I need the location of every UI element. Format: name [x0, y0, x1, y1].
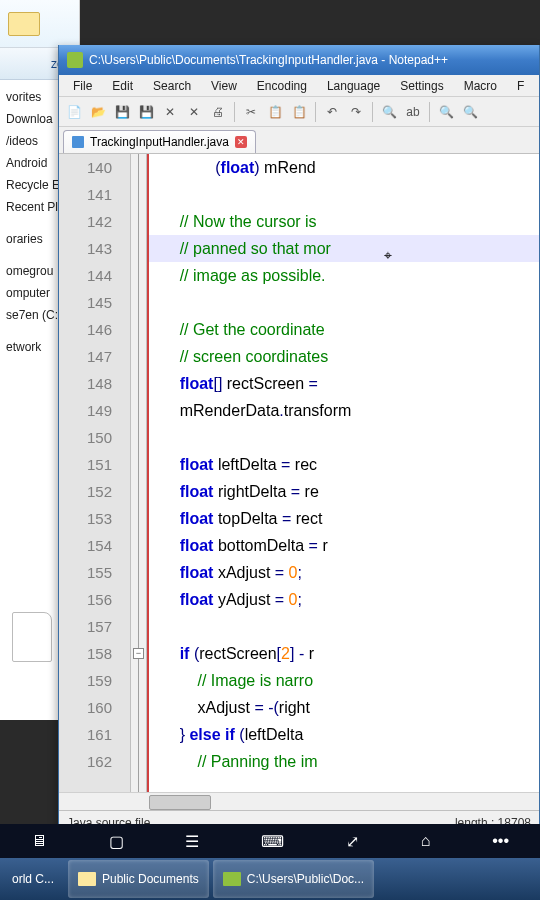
taskbar[interactable]: 🖥 ▢ ☰ ⌨ ⤢ ⌂ ••• orld C... Public Documen…: [0, 858, 540, 900]
find-icon[interactable]: 🔍: [378, 101, 400, 123]
tab-active[interactable]: TrackingInputHandler.java ✕: [63, 130, 256, 153]
code-line[interactable]: float[] rectScreen =: [149, 370, 539, 397]
stack-icon[interactable]: ☰: [185, 832, 199, 851]
line-number: 158: [59, 640, 130, 667]
menu-edit[interactable]: Edit: [102, 77, 143, 95]
taskbar-folder-left[interactable]: orld C...: [2, 860, 64, 898]
new-file-icon[interactable]: 📄: [63, 101, 85, 123]
code-line[interactable]: // Get the coordinate: [149, 316, 539, 343]
code-line[interactable]: // Panning the im: [149, 748, 539, 775]
line-number: 145: [59, 289, 130, 316]
code-line[interactable]: // screen coordinates: [149, 343, 539, 370]
line-number: 152: [59, 478, 130, 505]
folder-icon: [78, 872, 96, 886]
npp-icon: [223, 872, 241, 886]
close-all-icon[interactable]: ✕: [183, 101, 205, 123]
redo-icon[interactable]: ↷: [345, 101, 367, 123]
code-line[interactable]: // Now the cursor is: [149, 208, 539, 235]
code-line[interactable]: float topDelta = rect: [149, 505, 539, 532]
paste-icon[interactable]: 📋: [288, 101, 310, 123]
zoom-in-icon[interactable]: 🔍: [435, 101, 457, 123]
replace-icon[interactable]: ab: [402, 101, 424, 123]
horizontal-scrollbar[interactable]: [59, 792, 539, 810]
undo-icon[interactable]: ↶: [321, 101, 343, 123]
open-file-icon[interactable]: 📂: [87, 101, 109, 123]
folder-icon: [8, 12, 40, 36]
taskbar-label: orld C...: [12, 872, 54, 886]
save-all-icon[interactable]: 💾: [135, 101, 157, 123]
code-line[interactable]: // panned so that mor: [149, 235, 539, 262]
code-area[interactable]: ⌖ (float) mRend // Now the cursor is // …: [149, 154, 539, 804]
code-line[interactable]: float bottomDelta = r: [149, 532, 539, 559]
code-line[interactable]: if (rectScreen[2] - r: [149, 640, 539, 667]
code-line[interactable]: float xAdjust = 0;: [149, 559, 539, 586]
file-icon[interactable]: [12, 612, 52, 662]
toolbar: 📄 📂 💾 💾 ✕ ✕ 🖨 ✂ 📋 📋 ↶ ↷ 🔍 ab 🔍 🔍: [59, 97, 539, 127]
close-file-icon[interactable]: ✕: [159, 101, 181, 123]
code-line[interactable]: xAdjust = -(right: [149, 694, 539, 721]
line-number: 151: [59, 451, 130, 478]
taskbar-item-notepadpp[interactable]: C:\Users\Public\Doc...: [213, 860, 374, 898]
menu-search[interactable]: Search: [143, 77, 201, 95]
code-line[interactable]: float leftDelta = rec: [149, 451, 539, 478]
separator: [429, 102, 430, 122]
separator: [234, 102, 235, 122]
fold-column[interactable]: −: [131, 154, 147, 804]
menu-file[interactable]: File: [63, 77, 102, 95]
line-number: 146: [59, 316, 130, 343]
editor[interactable]: 1401411421431441451461471481491501511521…: [59, 153, 539, 804]
zoom-out-icon[interactable]: 🔍: [459, 101, 481, 123]
menubar: FileEditSearchViewEncodingLanguageSettin…: [59, 75, 539, 97]
menu-settings[interactable]: Settings: [390, 77, 453, 95]
java-file-icon: [72, 136, 84, 148]
tabbar: TrackingInputHandler.java ✕: [59, 127, 539, 153]
line-number: 140: [59, 154, 130, 181]
taskbar-label: C:\Users\Public\Doc...: [247, 872, 364, 886]
line-number: 159: [59, 667, 130, 694]
menu-macro[interactable]: Macro: [454, 77, 507, 95]
line-gutter: 1401411421431441451461471481491501511521…: [59, 154, 131, 804]
arrows-icon[interactable]: ⤢: [346, 832, 359, 851]
taskbar-label: Public Documents: [102, 872, 199, 886]
line-number: 162: [59, 748, 130, 775]
code-line[interactable]: (float) mRend: [149, 154, 539, 181]
taskbar-item-explorer[interactable]: Public Documents: [68, 860, 209, 898]
line-number: 141: [59, 181, 130, 208]
keyboard-icon[interactable]: ⌨: [261, 832, 284, 851]
line-number: 148: [59, 370, 130, 397]
code-line[interactable]: [149, 613, 539, 640]
menu-language[interactable]: Language: [317, 77, 390, 95]
line-number: 156: [59, 586, 130, 613]
remote-control-bar[interactable]: 🖥 ▢ ☰ ⌨ ⤢ ⌂ •••: [0, 824, 540, 858]
line-number: 154: [59, 532, 130, 559]
cut-icon[interactable]: ✂: [240, 101, 262, 123]
line-number: 143: [59, 235, 130, 262]
code-line[interactable]: float rightDelta = re: [149, 478, 539, 505]
line-number: 149: [59, 397, 130, 424]
more-icon[interactable]: •••: [492, 832, 509, 850]
copy-icon[interactable]: 📋: [264, 101, 286, 123]
code-line[interactable]: [149, 289, 539, 316]
code-line[interactable]: float yAdjust = 0;: [149, 586, 539, 613]
separator: [372, 102, 373, 122]
notepadpp-window: C:\Users\Public\Documents\TrackingInputH…: [58, 45, 540, 835]
window-icon[interactable]: ▢: [109, 832, 124, 851]
close-icon[interactable]: ✕: [235, 136, 247, 148]
code-line[interactable]: // Image is narro: [149, 667, 539, 694]
fold-toggle-icon[interactable]: −: [133, 648, 144, 659]
code-line[interactable]: [149, 424, 539, 451]
monitor-icon[interactable]: 🖥: [31, 832, 47, 850]
menu-view[interactable]: View: [201, 77, 247, 95]
line-number: 142: [59, 208, 130, 235]
print-icon[interactable]: 🖨: [207, 101, 229, 123]
titlebar[interactable]: C:\Users\Public\Documents\TrackingInputH…: [59, 45, 539, 75]
home-icon[interactable]: ⌂: [421, 832, 431, 850]
menu-encoding[interactable]: Encoding: [247, 77, 317, 95]
code-line[interactable]: } else if (leftDelta: [149, 721, 539, 748]
save-icon[interactable]: 💾: [111, 101, 133, 123]
line-number: 160: [59, 694, 130, 721]
code-line[interactable]: mRenderData.transform: [149, 397, 539, 424]
menu-f[interactable]: F: [507, 77, 534, 95]
code-line[interactable]: [149, 181, 539, 208]
code-line[interactable]: // image as possible.: [149, 262, 539, 289]
